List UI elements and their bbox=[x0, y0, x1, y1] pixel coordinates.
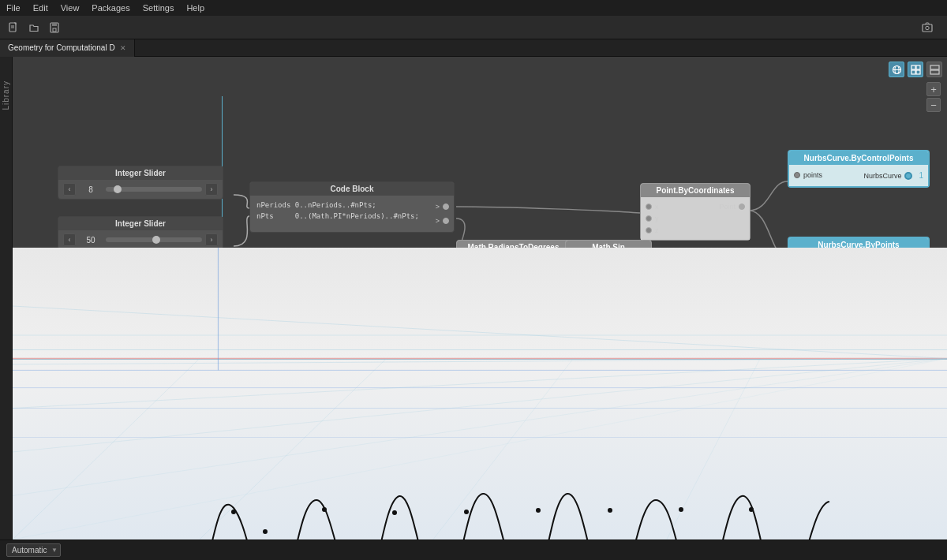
svg-line-30 bbox=[13, 359, 200, 539]
library-label: Library bbox=[2, 80, 10, 110]
viewport-3d[interactable] bbox=[13, 248, 947, 539]
main-area: Library + − bbox=[0, 57, 947, 539]
svg-point-7 bbox=[926, 26, 929, 29]
slider2-track[interactable] bbox=[106, 237, 202, 242]
svg-rect-12 bbox=[916, 65, 920, 69]
run-mode-dropdown-wrap[interactable]: Automatic Manual ▼ bbox=[6, 543, 61, 557]
svg-line-29 bbox=[13, 359, 947, 539]
run-mode-select[interactable]: Automatic Manual bbox=[6, 543, 61, 557]
svg-point-35 bbox=[231, 510, 236, 514]
nurbs1-out-port: NurbsCurve 1 bbox=[859, 170, 928, 181]
svg-point-42 bbox=[464, 510, 469, 514]
menu-view[interactable]: View bbox=[61, 3, 80, 13]
point-ports-left: x y z bbox=[641, 200, 664, 237]
menu-packages[interactable]: Packages bbox=[92, 3, 129, 13]
slider2-header: Integer Slider bbox=[58, 217, 223, 230]
menubar: File Edit View Packages Settings Help bbox=[0, 0, 947, 16]
new-button[interactable] bbox=[5, 19, 22, 36]
slider-node-2[interactable]: Integer Slider ‹ 50 › bbox=[58, 216, 223, 250]
menu-settings[interactable]: Settings bbox=[143, 3, 174, 13]
point-header: Point.ByCoordinates bbox=[641, 184, 750, 197]
svg-rect-11 bbox=[911, 65, 915, 69]
svg-point-50 bbox=[749, 507, 754, 512]
svg-line-26 bbox=[13, 359, 947, 409]
svg-rect-5 bbox=[53, 28, 56, 32]
nurbs1-body: points NurbsCurve 1 bbox=[789, 165, 928, 186]
point-body: x y z Point bbox=[641, 197, 750, 240]
nurbs1-ports-right: NurbsCurve 1 bbox=[859, 168, 928, 183]
tab-main[interactable]: Geometry for Computational D ✕ bbox=[0, 39, 135, 57]
nurbs1-header: NurbsCurve.ByControlPoints bbox=[789, 151, 928, 165]
svg-rect-14 bbox=[916, 70, 920, 74]
svg-point-38 bbox=[322, 507, 327, 512]
code-out-dot-1 bbox=[443, 203, 449, 210]
svg-rect-4 bbox=[52, 23, 57, 26]
point-dot-x bbox=[646, 203, 652, 210]
canvas-area[interactable]: + − bbox=[13, 57, 947, 539]
3d-view-btn[interactable] bbox=[889, 62, 904, 77]
nurbs1-out-dot bbox=[904, 172, 912, 180]
nurbs1-ports-left: points bbox=[789, 168, 827, 183]
point-node[interactable]: Point.ByCoordinates x y z bbox=[640, 183, 750, 241]
svg-line-28 bbox=[13, 359, 947, 496]
svg-point-36 bbox=[263, 529, 268, 534]
point-out-dot bbox=[739, 203, 745, 210]
slider1-header: Integer Slider bbox=[58, 166, 223, 180]
code-block-node[interactable]: Code Block nPeriods 0..nPeriods..#nPts; … bbox=[249, 181, 455, 233]
svg-line-27 bbox=[13, 359, 947, 452]
slider1-up[interactable]: › bbox=[205, 183, 218, 196]
code-line-1: nPeriods 0..nPeriods..#nPts; bbox=[256, 200, 425, 211]
code-out-2: > bbox=[431, 216, 454, 226]
point-in-x: x bbox=[641, 202, 664, 211]
code-out-1: > bbox=[431, 202, 454, 211]
slider1-down[interactable]: ‹ bbox=[63, 183, 76, 196]
code-out-dot-2 bbox=[443, 218, 449, 224]
svg-point-40 bbox=[392, 510, 397, 515]
svg-point-48 bbox=[679, 507, 683, 512]
zoom-out-btn[interactable]: − bbox=[926, 98, 941, 112]
tab-label: Geometry for Computational D bbox=[8, 43, 115, 52]
menu-help[interactable]: Help bbox=[186, 3, 204, 13]
point-out: Point bbox=[714, 202, 750, 211]
save-button[interactable] bbox=[46, 19, 63, 36]
zoom-in-btn[interactable]: + bbox=[926, 82, 941, 96]
slider2-thumb[interactable] bbox=[152, 236, 160, 244]
menu-edit[interactable]: Edit bbox=[33, 3, 48, 13]
slider1-thumb[interactable] bbox=[114, 185, 122, 193]
screenshot-button[interactable] bbox=[919, 19, 936, 36]
nurbs1-in-port: points bbox=[789, 170, 827, 181]
svg-line-25 bbox=[13, 359, 947, 364]
svg-line-32 bbox=[433, 359, 574, 539]
menu-file[interactable]: File bbox=[6, 3, 21, 13]
svg-rect-6 bbox=[923, 24, 932, 32]
slider1-track[interactable] bbox=[106, 187, 202, 192]
slider2-up[interactable]: › bbox=[205, 233, 218, 246]
layout-btn[interactable] bbox=[908, 62, 923, 77]
nurbs1-num: 1 bbox=[919, 171, 923, 180]
top-right-controls bbox=[889, 62, 942, 77]
point-dot-z bbox=[646, 227, 652, 233]
nurbs1-in-dot bbox=[794, 172, 800, 178]
svg-rect-16 bbox=[930, 70, 939, 74]
point-ports-right: Point bbox=[714, 200, 750, 237]
sinewave-svg bbox=[13, 248, 947, 539]
svg-line-31 bbox=[200, 359, 387, 539]
horizon-line bbox=[13, 359, 947, 360]
code-block-content: nPeriods 0..nPeriods..#nPts; nPts 0..(Ma… bbox=[250, 199, 431, 229]
slider2-down[interactable]: ‹ bbox=[63, 233, 76, 246]
nurbs1-node[interactable]: NurbsCurve.ByControlPoints points NurbsC… bbox=[788, 150, 930, 188]
slider-node-1[interactable]: Integer Slider ‹ 8 › bbox=[58, 166, 223, 200]
split-view-btn[interactable] bbox=[926, 62, 942, 77]
library-sidebar[interactable]: Library bbox=[0, 57, 13, 539]
node-graph[interactable]: Integer Slider ‹ 8 › Integer Slider ‹ 50 bbox=[13, 57, 947, 248]
svg-line-33 bbox=[667, 359, 760, 539]
svg-rect-15 bbox=[930, 65, 939, 69]
point-in-y: y bbox=[641, 214, 664, 223]
zoom-controls: + − bbox=[926, 82, 941, 112]
tab-close-icon[interactable]: ✕ bbox=[120, 44, 126, 52]
svg-rect-13 bbox=[911, 70, 915, 74]
open-button[interactable] bbox=[25, 19, 43, 36]
svg-point-44 bbox=[536, 508, 541, 513]
slider1-value: 8 bbox=[79, 185, 103, 194]
point-dot-y bbox=[646, 215, 652, 222]
